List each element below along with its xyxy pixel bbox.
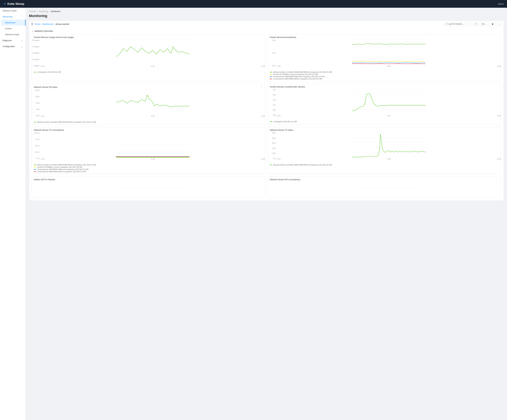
chart-netdev-rx-header: Network Device RX bytes ⋮ [32, 84, 265, 89]
chart-netdev-tx-bytes-svg [276, 132, 501, 158]
y-axis-socket-memory: 40 page/s 30 page/s 20 page/s 10 page/s … [32, 39, 40, 67]
monitoring-label: Monitoring [3, 15, 12, 18]
breadcrumb-console[interactable]: Console [29, 10, 36, 13]
sidebar-group-diagnosis[interactable]: Diagnosis ⌄ [0, 37, 26, 43]
legend-dot [270, 74, 272, 75]
legend-item: csi-provisioner-6d8758dd4-ltkfn/cn-hangz… [270, 78, 499, 80]
chevron-up-icon: ⌃ [21, 15, 23, 18]
chart-netdev-tx-bytes: Network Device TX bytes 80 B 64 B 48 B 3… [268, 127, 501, 174]
sidebar-item-network-graph-top[interactable]: Network Graph [0, 8, 26, 14]
svg-text:S: S [4, 3, 6, 5]
chart-netdev-tx-errors-header: Network Device TX errors(times) [32, 127, 265, 132]
legend-item: coredns-547b98dbcc-fcvls/cn-hangzhou.192… [34, 166, 263, 168]
chart-socket-memory-svg [41, 39, 265, 65]
x-axis-netdev-tx-bytes: 17:40 17:45 17:50 [276, 158, 501, 160]
nav-current: skoop-exporter [55, 23, 69, 25]
legend-item: alicloud-monitor-controller-596bcf44d8-f… [270, 164, 499, 166]
charts-grid: Socket Memory Usage Kernel+User (page) 4… [32, 34, 501, 198]
nav-home[interactable]: Home [35, 23, 40, 25]
network-graph-top-label: Network Graph [3, 9, 17, 12]
collapse-icon[interactable]: ⌄ [32, 30, 34, 32]
chart-netdev-tx-errors: Network Device TX errors(times) 100 c/s … [32, 127, 265, 174]
chevron-down-icon-refresh: ⌄ [485, 23, 487, 25]
sidebar-item-events[interactable]: Events [1, 26, 26, 32]
legend-dot [34, 165, 36, 165]
zoom-out-btn[interactable]: − [467, 22, 472, 26]
app-logo[interactable]: S Kube Skoop [3, 2, 24, 6]
x-axis-socket-allocate: 17:40 17:45 17:50 [276, 115, 501, 117]
display-icon: ▣ [492, 23, 493, 25]
toolbar-nav: ☰ Home › Dashboards › skoop-exporter [31, 22, 69, 26]
chart-netdev-rx-tx-packets: Netdev RX/TX Packets [32, 176, 265, 198]
chart-netdev-rx-tx-packets-header: Netdev RX/TX Packets [32, 177, 265, 182]
chart-netdev-rx-errors: Network Device RX errors(times) [268, 176, 501, 198]
legend-item: alicloud-monitor-controller-596bcf44d8-f… [270, 71, 499, 73]
topnav: S Kube Skoop admin [0, 0, 507, 8]
legend-dot [270, 79, 272, 79]
chart-placeholder-svg [41, 182, 265, 195]
refresh-btn[interactable]: ↻ [473, 22, 479, 26]
chevron-down-icon-config: ⌄ [21, 45, 23, 48]
chart-socket-memory-header: Socket Memory Usage Kernel+User (page) [32, 35, 265, 39]
legend-dot [270, 76, 272, 77]
sidebar-group-monitoring[interactable]: Monitoring ⌃ [0, 14, 26, 20]
x-axis-netdev-rx: 17:40 17:45 17:50 [41, 115, 265, 117]
legend-netdev-rx: alicloud-monitor-controller-596bcf44d8-f… [32, 120, 265, 124]
legend-dot [34, 122, 36, 122]
legend-item: alicloud-monitor-controller-596bcf44d8-f… [34, 121, 263, 123]
monitoring-sub: Dashboard Events Network Graph [0, 20, 26, 37]
page-title: Monitoring [29, 14, 504, 18]
chart-socket-allocate-body: 240 230 220 210 200 190 [268, 89, 501, 120]
chart-menu-btn[interactable]: ⋮ [260, 85, 263, 88]
chart-netdev-tx-bytes-title: Network Device TX bytes [270, 129, 293, 131]
dashboard-breadcrumb: Home › Dashboards › skoop-exporter [35, 23, 69, 25]
legend-item: csi-provisioner-6d8758dd4-28kwm/cn-hangz… [34, 168, 263, 170]
y-axis-netdev-rx: 16 B/s 12 B/s 8 B/s 4 B/s 0 B/s [32, 89, 40, 117]
sidebar-item-network-graph[interactable]: Network Graph [1, 32, 26, 37]
section-header: ⌄ Network Overview [32, 30, 501, 32]
x-axis-packet: 17:40 17:45 17:50 [276, 65, 501, 67]
chevron-down-icon-time: ⌄ [463, 23, 464, 25]
time-range-label: Last 15 minutes [448, 23, 462, 25]
chevron-down-icon-diagnosis: ⌄ [21, 39, 23, 42]
chart-netdev-rx-errors-header: Network Device RX errors(times) [268, 177, 501, 182]
logo-icon: S [3, 2, 7, 6]
legend-dot [34, 169, 36, 170]
nav-dashboards[interactable]: Dashboards [42, 23, 53, 25]
chart-netdev-tx-errors-title: Network Device TX errors(times) [34, 129, 64, 131]
app-title: Kube Skoop [7, 2, 24, 6]
breadcrumb-monitoring[interactable]: Monitoring [39, 10, 48, 13]
y-axis-socket-allocate: 240 230 220 210 200 190 [268, 89, 276, 116]
sidebar-group-configuration[interactable]: Configuration ⌄ [0, 43, 26, 49]
user-menu[interactable]: admin [498, 3, 504, 5]
refresh-interval-label: 10s [482, 23, 485, 25]
diagnosis-label: Diagnosis [3, 39, 12, 42]
chart-netdev-rx-tx-packets-title: Netdev RX/TX Packets [34, 178, 55, 181]
time-range-picker[interactable]: 🕐 Last 15 minutes ⌄ [444, 22, 466, 26]
legend-dot [270, 72, 272, 72]
legend-socket-memory: cn-hangzhou.192.168.114.185 [32, 70, 265, 74]
legend-dot [34, 72, 36, 72]
x-axis-netdev-tx-errors: 17:40 17:45 17:50 [41, 158, 265, 160]
legend-dot [34, 167, 36, 167]
chart-netdev-tx-bytes-body: 80 B 64 B 48 B 32 B 16 B 0 B [268, 132, 501, 163]
chart-socket-allocate-title: Socket Allocate count(include orphan) [270, 85, 305, 88]
chart-socket-memory: Socket Memory Usage Kernel+User (page) 4… [32, 34, 265, 81]
chart-socket-allocate-svg [276, 89, 501, 115]
toolbar-controls: 🕐 Last 15 minutes ⌄ − ↻ 10s ⌄ ▣ [444, 22, 502, 26]
breadcrumb: Console / Monitoring / Dashboard [29, 10, 504, 13]
more-btn[interactable]: ⌄ [497, 22, 502, 26]
chart-packet-abnormal-body: 4 p/s 2 p/s 0 p/s [268, 39, 501, 70]
more-icon: ⌄ [498, 23, 500, 25]
refresh-interval-btn[interactable]: 10s ⌄ [480, 22, 489, 26]
legend-packet: alicloud-monitor-controller-596bcf44d8-f… [268, 70, 501, 81]
chart-socket-memory-body: 40 page/s 30 page/s 20 page/s 10 page/s … [32, 39, 265, 70]
display-btn[interactable]: ▣ [490, 22, 495, 26]
hamburger-icon[interactable]: ☰ [31, 22, 33, 26]
configuration-label: Configuration [3, 45, 15, 48]
chart-netdev-tx-errors-body: 100 c/s 75 c/s 50 c/s 25 c/s 0 c/s [32, 132, 265, 163]
sidebar-item-dashboard[interactable]: Dashboard [1, 20, 26, 26]
sidebar: Network Graph Monitoring ⌃ Dashboard Eve… [0, 8, 26, 420]
legend-item: cn-hangzhou.192.168.114.185 [270, 121, 499, 123]
legend-dot [270, 121, 272, 122]
